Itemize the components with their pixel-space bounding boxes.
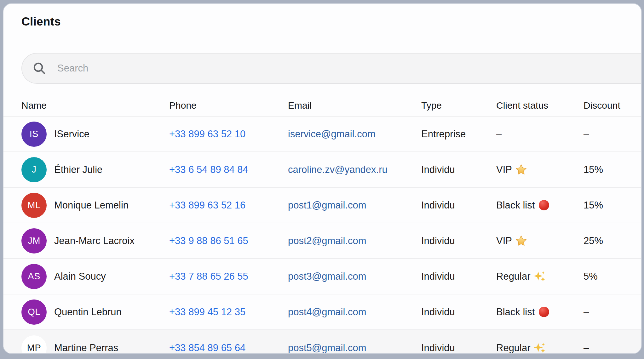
- table-row[interactable]: MLMonique Lemelin+33 899 63 52 16post1@g…: [3, 188, 641, 223]
- phone-link[interactable]: +33 7 88 65 26 55: [169, 271, 248, 282]
- status-label: Black list: [496, 200, 535, 211]
- column-header-client-status[interactable]: Client status: [496, 100, 584, 111]
- status-cell: Regular: [496, 342, 584, 354]
- clients-table: NamePhoneEmailTypeClient statusDiscount …: [3, 95, 641, 354]
- email-link[interactable]: iservice@gmail.com: [288, 128, 376, 140]
- client-name: IService: [54, 128, 89, 140]
- email-link[interactable]: post5@gmail.com: [288, 342, 366, 353]
- search-icon: [32, 61, 47, 76]
- column-header-type[interactable]: Type: [421, 100, 496, 111]
- status-cell: VIP: [496, 164, 584, 176]
- column-header-discount[interactable]: Discount: [584, 100, 641, 111]
- search-input[interactable]: [22, 54, 642, 83]
- name-cell: JÉthier Julie: [21, 157, 169, 182]
- status-label: Black list: [496, 306, 535, 318]
- status-cell: Black list: [496, 306, 584, 318]
- email-link[interactable]: caroline.zv@yandex.ru: [288, 164, 388, 175]
- name-cell: MPMartine Perras: [21, 335, 169, 354]
- page-title: Clients: [21, 15, 61, 28]
- client-type: Entreprise: [421, 128, 466, 140]
- discount-value: 15%: [584, 200, 603, 211]
- name-cell: ASAlain Soucy: [21, 264, 169, 289]
- avatar: MP: [21, 335, 47, 354]
- avatar: QL: [21, 299, 47, 325]
- avatar: AS: [21, 264, 47, 289]
- sparkles-icon: [534, 342, 546, 354]
- status-cell: Black list: [496, 199, 584, 211]
- email-link[interactable]: post4@gmail.com: [288, 306, 366, 317]
- table-header: NamePhoneEmailTypeClient statusDiscount: [3, 95, 641, 117]
- table-row[interactable]: JMJean-Marc Lacroix+33 9 88 86 51 65post…: [3, 223, 641, 259]
- client-type: Individu: [421, 200, 455, 211]
- avatar: ML: [21, 193, 47, 218]
- name-cell: MLMonique Lemelin: [21, 193, 169, 218]
- client-name: Jean-Marc Lacroix: [54, 235, 135, 247]
- status-label: –: [496, 128, 502, 140]
- red-circle-icon: [538, 199, 550, 211]
- name-cell: QLQuentin Lebrun: [21, 299, 169, 325]
- discount-value: –: [584, 128, 589, 140]
- star-icon: [515, 164, 527, 176]
- phone-link[interactable]: +33 899 63 52 16: [169, 200, 245, 211]
- email-link[interactable]: post3@gmail.com: [288, 271, 366, 282]
- discount-value: 15%: [584, 164, 603, 175]
- clients-panel: Clients NamePhoneEmailTypeClient statusD…: [3, 3, 642, 354]
- table-row[interactable]: ASAlain Soucy+33 7 88 65 26 55post3@gmai…: [3, 259, 641, 294]
- avatar: IS: [21, 122, 47, 147]
- discount-value: 25%: [584, 235, 603, 246]
- discount-value: –: [584, 342, 589, 353]
- status-label: VIP: [496, 235, 512, 247]
- email-link[interactable]: post2@gmail.com: [288, 235, 366, 246]
- avatar: JM: [21, 228, 47, 254]
- client-name: Monique Lemelin: [54, 200, 129, 211]
- client-type: Individu: [421, 271, 455, 282]
- client-type: Individu: [421, 235, 455, 246]
- column-header-email[interactable]: Email: [288, 100, 421, 111]
- table-row[interactable]: MPMartine Perras+33 854 89 65 64post5@gm…: [3, 330, 641, 354]
- status-cell: Regular: [496, 271, 584, 282]
- star-icon: [515, 235, 527, 247]
- client-name: Quentin Lebrun: [54, 306, 122, 318]
- table-body: ISIService+33 899 63 52 10iservice@gmail…: [3, 117, 641, 354]
- status-label: Regular: [496, 271, 531, 282]
- discount-value: 5%: [584, 271, 598, 282]
- name-cell: ISIService: [21, 122, 169, 147]
- avatar: J: [21, 157, 47, 182]
- red-circle-icon: [538, 306, 550, 318]
- client-name: Éthier Julie: [54, 164, 102, 175]
- table-row[interactable]: ISIService+33 899 63 52 10iservice@gmail…: [3, 117, 641, 152]
- column-header-phone[interactable]: Phone: [169, 100, 288, 111]
- status-label: VIP: [496, 164, 512, 175]
- status-label: Regular: [496, 342, 531, 354]
- client-type: Individu: [421, 164, 455, 175]
- status-cell: –: [496, 128, 584, 140]
- client-name: Martine Perras: [54, 342, 118, 354]
- discount-value: –: [584, 306, 589, 317]
- client-type: Individu: [421, 306, 455, 317]
- phone-link[interactable]: +33 9 88 86 51 65: [169, 235, 248, 246]
- column-header-name[interactable]: Name: [21, 100, 169, 111]
- sparkles-icon: [534, 271, 546, 282]
- phone-link[interactable]: +33 6 54 89 84 84: [169, 164, 248, 175]
- search-bar[interactable]: [21, 53, 642, 84]
- phone-link[interactable]: +33 899 63 52 10: [169, 128, 245, 140]
- table-row[interactable]: QLQuentin Lebrun+33 899 45 12 35post4@gm…: [3, 294, 641, 330]
- table-row[interactable]: JÉthier Julie+33 6 54 89 84 84caroline.z…: [3, 152, 641, 188]
- client-name: Alain Soucy: [54, 271, 106, 282]
- phone-link[interactable]: +33 899 45 12 35: [169, 306, 245, 317]
- phone-link[interactable]: +33 854 89 65 64: [169, 342, 245, 353]
- client-type: Individu: [421, 342, 455, 353]
- email-link[interactable]: post1@gmail.com: [288, 200, 366, 211]
- status-cell: VIP: [496, 235, 584, 247]
- name-cell: JMJean-Marc Lacroix: [21, 228, 169, 254]
